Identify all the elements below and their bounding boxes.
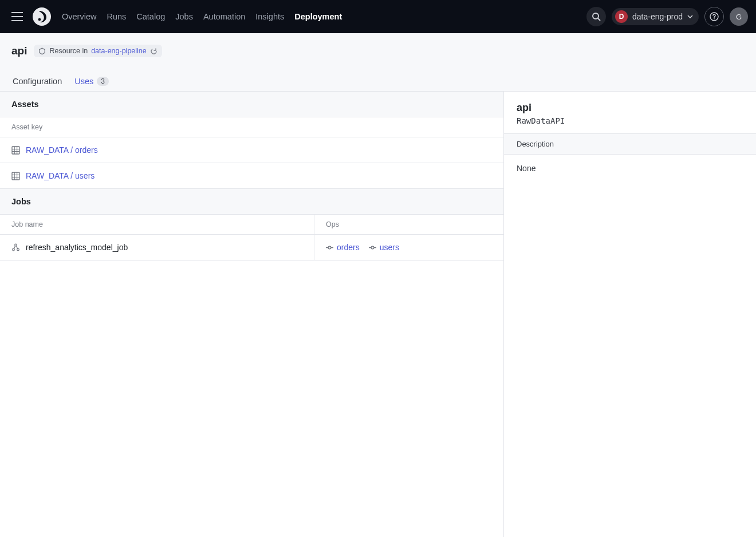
detail-title: api	[517, 102, 743, 114]
svg-point-8	[13, 248, 15, 251]
page-title: api	[11, 45, 27, 57]
op-label: orders	[337, 243, 360, 252]
job-row: refresh_analytics_model_job orders users	[0, 235, 503, 260]
environment-badge: D	[615, 10, 628, 23]
tabs: Configuration Uses 3	[11, 72, 745, 94]
svg-point-4	[714, 18, 715, 19]
logo-icon	[32, 7, 52, 26]
refresh-button[interactable]	[150, 48, 158, 55]
op-icon	[369, 245, 376, 250]
chip-prefix: Resource in	[49, 47, 88, 55]
detail-description: None	[504, 155, 756, 182]
svg-rect-6	[12, 172, 19, 180]
environment-name: data-eng-prod	[632, 12, 683, 21]
chip-link[interactable]: data-eng-pipeline	[91, 47, 147, 55]
nav-deployment[interactable]: Deployment	[294, 12, 342, 21]
svg-rect-5	[12, 147, 19, 154]
col-job-name: Job name	[0, 215, 314, 234]
nav-insights[interactable]: Insights	[255, 12, 284, 21]
op-icon	[326, 245, 333, 250]
help-icon	[710, 12, 719, 21]
op-link[interactable]: orders	[326, 243, 360, 252]
svg-point-10	[328, 246, 331, 249]
content: Assets Asset key RAW_DATA / orders RAW_D…	[0, 92, 756, 537]
refresh-icon	[150, 48, 158, 55]
resource-chip: Resource in data-eng-pipeline	[34, 45, 162, 57]
nav-runs[interactable]: Runs	[107, 12, 126, 21]
environment-selector[interactable]: D data-eng-prod	[612, 8, 699, 25]
table-icon	[11, 146, 20, 155]
asset-link[interactable]: RAW_DATA / users	[26, 171, 94, 180]
top-nav: Overview Runs Catalog Jobs Automation In…	[0, 0, 756, 33]
detail-header: api RawDataAPI	[504, 92, 756, 134]
svg-point-9	[17, 248, 19, 251]
tab-configuration[interactable]: Configuration	[11, 72, 63, 94]
asset-link[interactable]: RAW_DATA / orders	[26, 145, 98, 155]
tab-label: Uses	[74, 77, 93, 86]
nav-catalog[interactable]: Catalog	[136, 12, 165, 21]
asset-row: RAW_DATA / orders	[0, 137, 503, 163]
assets-header: Assets	[0, 92, 503, 117]
asset-row: RAW_DATA / users	[0, 163, 503, 189]
svg-point-1	[38, 18, 41, 21]
detail-panel: api RawDataAPI Description None	[504, 92, 756, 537]
subheader: api Resource in data-eng-pipeline Config…	[0, 33, 756, 92]
col-ops: Ops	[314, 215, 503, 234]
nav-automation[interactable]: Automation	[203, 12, 245, 21]
detail-section-label: Description	[504, 134, 756, 155]
user-avatar[interactable]: G	[730, 7, 748, 26]
detail-subtitle: RawDataAPI	[517, 116, 743, 125]
nav-overview[interactable]: Overview	[62, 12, 96, 21]
jobs-col-header: Job name Ops	[0, 215, 503, 235]
left-panel: Assets Asset key RAW_DATA / orders RAW_D…	[0, 92, 504, 537]
jobs-header: Jobs	[0, 189, 503, 215]
logo[interactable]	[32, 7, 52, 26]
col-asset-key: Asset key	[0, 117, 54, 137]
help-button[interactable]	[704, 7, 724, 26]
table-icon	[11, 172, 20, 180]
op-label: users	[380, 243, 399, 252]
nav-links: Overview Runs Catalog Jobs Automation In…	[62, 12, 342, 21]
job-link[interactable]: refresh_analytics_model_job	[26, 243, 128, 252]
search-button[interactable]	[586, 7, 606, 26]
menu-button[interactable]	[8, 7, 26, 26]
hamburger-icon	[11, 12, 23, 21]
search-icon	[592, 12, 601, 21]
svg-point-7	[15, 244, 17, 246]
svg-point-0	[33, 7, 51, 26]
tab-uses[interactable]: Uses 3	[73, 72, 110, 94]
chevron-down-icon	[687, 15, 693, 18]
svg-point-2	[593, 13, 598, 19]
svg-point-11	[371, 246, 374, 249]
op-link[interactable]: users	[369, 243, 399, 252]
resource-icon	[38, 48, 46, 55]
tab-label: Configuration	[13, 77, 62, 86]
tab-count: 3	[97, 77, 109, 86]
assets-col-header: Asset key	[0, 117, 503, 137]
job-icon	[11, 243, 20, 252]
nav-jobs[interactable]: Jobs	[175, 12, 193, 21]
